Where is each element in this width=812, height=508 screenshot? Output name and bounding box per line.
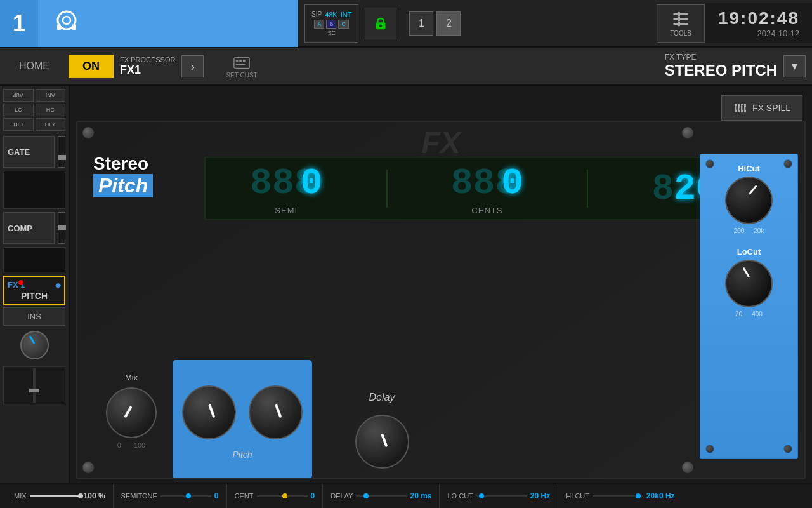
hicut-range: 200 20k: [734, 227, 764, 234]
btn-hc[interactable]: HC: [36, 104, 66, 116]
gate-fader-handle[interactable]: [58, 155, 66, 160]
bottom-bar: MIX 100 % SEMITONE 0 CENT 0 DELAY 20 ms …: [0, 483, 812, 508]
svg-rect-14: [239, 60, 242, 62]
cents-dim-2: 8: [473, 163, 495, 204]
bottom-semitone-slider[interactable]: [160, 495, 211, 497]
mix-knob[interactable]: [106, 387, 157, 438]
fx-type-name: STEREO PITCH: [665, 62, 777, 79]
pitch-knob-right-dot: [275, 404, 282, 418]
btn-dly[interactable]: DLY: [36, 118, 66, 131]
knob-indicator: [29, 335, 36, 344]
sip-block: SIP 48K INT A B C SC: [304, 4, 358, 43]
sidebar-row-2: LC HC: [3, 104, 65, 116]
fx1-pitch: PITCH: [8, 291, 61, 301]
sidebar-row-1: 48V INV: [3, 89, 65, 102]
locut-range: 20 400: [735, 311, 763, 318]
comp-row: COMP: [3, 212, 65, 244]
clock-time: 19:02:48: [718, 8, 799, 29]
fx-spill-button[interactable]: FX SPILL: [721, 95, 802, 121]
content-area: FX SPILL FX Stereo Pitch 8: [70, 86, 812, 483]
comp-button[interactable]: COMP: [3, 212, 55, 244]
pitch-knob-right[interactable]: [249, 385, 303, 439]
bottom-mix-label: MIX: [14, 492, 27, 500]
bottom-semitone-handle[interactable]: [186, 493, 191, 498]
fader-handle[interactable]: [29, 389, 39, 392]
svg-rect-15: [243, 60, 246, 62]
delay-knob-dot: [381, 433, 388, 447]
display-sep-2: [587, 170, 588, 208]
svg-rect-10: [678, 17, 680, 21]
lock-button[interactable]: [365, 8, 396, 39]
stereo-text: Stereo: [93, 154, 153, 174]
second-bar: HOME ON FX PROCESSOR FX1 › SET CUST FX T…: [0, 48, 812, 86]
channel-knob[interactable]: [20, 331, 49, 359]
bottom-locut-slider[interactable]: [476, 495, 527, 497]
gate-button[interactable]: GATE: [3, 136, 55, 168]
bottom-cent-slider[interactable]: [257, 495, 308, 497]
comp-fader[interactable]: [58, 212, 65, 244]
svg-rect-22: [739, 108, 740, 110]
bottom-mix-handle[interactable]: [78, 493, 83, 498]
clock-block: 19:02:48 2024-10-12: [705, 3, 812, 43]
bottom-delay-handle[interactable]: [363, 493, 369, 498]
delay-knob-container: Delay: [312, 373, 452, 469]
layer-1-button[interactable]: 1: [409, 11, 433, 36]
svg-rect-11: [678, 22, 680, 26]
delay-knob[interactable]: [355, 415, 409, 469]
bottom-locut-label: LO CUT: [447, 492, 473, 500]
bottom-mix: MIX 100 %: [6, 484, 114, 508]
comp-fader-handle[interactable]: [58, 225, 66, 230]
btn-48v[interactable]: 48V: [3, 89, 34, 102]
fx-watermark: FX: [421, 125, 460, 160]
sip-sc: SC: [327, 30, 336, 36]
fader-strip[interactable]: [3, 366, 65, 404]
set-cust-button[interactable]: SET CUST: [219, 51, 263, 82]
svg-rect-7: [673, 18, 688, 20]
bottom-hicut-value: 20k0 Hz: [646, 491, 675, 500]
lock-icon: [372, 15, 390, 32]
sip-rate: 48K: [325, 11, 337, 18]
fx-type-dropdown[interactable]: ▾: [783, 55, 806, 77]
pitch-knob-left-dot: [208, 404, 215, 418]
bottom-delay-value: 20 ms: [410, 491, 431, 500]
pitch-display: 8 8 8 0 SEMI 8 8 8 0 CENT: [204, 157, 785, 220]
bottom-delay-slider[interactable]: [356, 495, 407, 497]
ms-dim: 8: [652, 168, 674, 210]
bottom-hicut-handle[interactable]: [636, 493, 641, 498]
bottom-cent-handle[interactable]: [282, 493, 287, 498]
tools-button[interactable]: TOOLS: [657, 4, 705, 43]
semi-value: 0: [301, 165, 323, 202]
hicut-knob[interactable]: [725, 177, 773, 224]
badge-b: B: [326, 20, 336, 29]
fader-section: [3, 366, 65, 404]
btn-lc[interactable]: LC: [3, 104, 34, 116]
on-button[interactable]: ON: [69, 55, 114, 78]
svg-rect-16: [236, 63, 246, 65]
right-panel: HiCut 200 20k LoCut 20: [700, 154, 798, 459]
channel-number[interactable]: 1: [0, 0, 38, 47]
bottom-hicut-slider[interactable]: [593, 495, 643, 497]
layer-2-button[interactable]: 2: [436, 11, 461, 36]
pitch-knob-left[interactable]: [182, 385, 236, 439]
bottom-locut-handle[interactable]: [479, 493, 484, 498]
ins-button[interactable]: INS: [3, 307, 65, 326]
sip-int: INT: [341, 11, 352, 18]
svg-rect-24: [745, 107, 746, 110]
keyboard-icon: [233, 54, 251, 72]
pitch-knob-pair: [182, 385, 303, 439]
mix-max: 100: [134, 441, 145, 449]
svg-rect-9: [678, 11, 680, 16]
svg-point-5: [379, 24, 383, 27]
fx-processor-arrow[interactable]: ›: [181, 55, 204, 77]
fx1-top: FX 1 ◆: [8, 280, 61, 290]
bottom-mix-slider[interactable]: [30, 495, 81, 497]
home-button[interactable]: HOME: [6, 55, 62, 77]
stereo-pitch-label: Stereo Pitch: [93, 154, 153, 197]
locut-knob[interactable]: [725, 260, 773, 307]
gate-fader[interactable]: [58, 136, 65, 168]
btn-tilt[interactable]: TILT: [3, 118, 34, 131]
layer-buttons: 1 2: [409, 11, 461, 36]
rp-screw-br: [783, 444, 792, 453]
fx1-button[interactable]: FX 1 ◆ PITCH: [3, 276, 65, 305]
btn-inv[interactable]: INV: [36, 89, 66, 102]
